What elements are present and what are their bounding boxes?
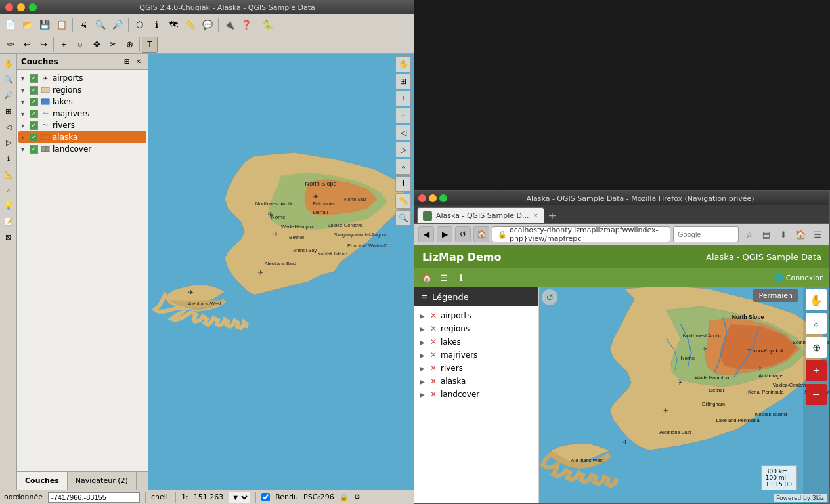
layer-item-majrivers[interactable]: ▾ ✓ 〜 majrivers bbox=[18, 108, 146, 119]
annotation-btn[interactable]: 💬 bbox=[200, 17, 215, 33]
ff-refresh-btn[interactable]: ↺ bbox=[455, 226, 471, 242]
map-tips-btn[interactable]: 💡 bbox=[1, 198, 16, 213]
map-measure-btn[interactable]: 📏 bbox=[395, 193, 411, 209]
python-btn[interactable]: 🐍 bbox=[260, 17, 276, 33]
ff-close-btn[interactable] bbox=[418, 194, 426, 202]
layer-checkbox-lakes[interactable]: ✓ bbox=[30, 98, 38, 106]
settings-icon[interactable]: ⚙ bbox=[354, 493, 360, 501]
undo-btn[interactable]: ↩ bbox=[19, 37, 35, 52]
ff-active-tab[interactable]: Alaska - QGIS Sample D... ✕ bbox=[417, 207, 544, 223]
zoom-out-tool[interactable]: 🔎 bbox=[1, 88, 16, 102]
lm-zoom-in-btn[interactable]: + bbox=[806, 360, 827, 381]
permalien-btn[interactable]: Permaien bbox=[753, 289, 798, 302]
legend-x-landcover[interactable]: ✕ bbox=[429, 390, 438, 399]
ff-tab-close-icon[interactable]: ✕ bbox=[533, 212, 538, 219]
qgis-close-btn[interactable] bbox=[5, 3, 13, 11]
ff-home-btn[interactable]: 🏠 bbox=[473, 226, 489, 242]
open-btn[interactable]: 📂 bbox=[20, 17, 35, 33]
measure-tool[interactable]: 📐 bbox=[1, 167, 16, 181]
delete-btn[interactable]: ✂ bbox=[105, 37, 121, 52]
lm-zoom-out-btn[interactable]: − bbox=[806, 384, 827, 405]
lm-locate-btn[interactable]: ⊕ bbox=[806, 337, 827, 358]
lm-select-btn[interactable]: ⬦ bbox=[806, 313, 827, 334]
zoom-prev-btn[interactable]: ◁ bbox=[1, 119, 16, 134]
layer-checkbox-regions[interactable]: ✓ bbox=[30, 86, 38, 94]
ff-forward-btn[interactable]: ▶ bbox=[437, 226, 452, 242]
legend-item-regions[interactable]: ▶ ✕ regions bbox=[417, 322, 536, 335]
layer-item-alaska[interactable]: ▾ ✓ alaska bbox=[18, 131, 146, 143]
legend-item-airports[interactable]: ▶ ✕ airports bbox=[417, 309, 536, 322]
pan-tool-btn[interactable]: ✋ bbox=[1, 56, 16, 71]
lizmap-info-btn[interactable]: ℹ bbox=[454, 270, 468, 285]
ff-back-btn[interactable]: ◀ bbox=[418, 226, 434, 242]
connexion-label[interactable]: Connexion bbox=[786, 274, 824, 282]
edit-node-btn[interactable]: ○ bbox=[72, 37, 88, 52]
map-identify-btn[interactable]: ℹ bbox=[395, 176, 411, 192]
zoom-extent-btn[interactable]: ⊞ bbox=[1, 104, 16, 118]
ff-star-btn[interactable]: ☆ bbox=[741, 226, 757, 242]
layer-checkbox-landcover[interactable]: ✓ bbox=[30, 145, 38, 154]
lizmap-refresh-btn[interactable]: ↺ bbox=[542, 289, 557, 305]
ff-url-bar[interactable]: 🔒 ocalhosty-dhontylizmaplizmapfwwlindex-… bbox=[492, 226, 670, 242]
plugin-mgr-btn[interactable]: 🔌 bbox=[221, 17, 237, 33]
help-btn[interactable]: ❓ bbox=[238, 17, 254, 33]
layer-item-lakes[interactable]: ▾ ✓ lakes bbox=[18, 96, 146, 108]
legend-x-majrivers[interactable]: ✕ bbox=[429, 350, 438, 360]
layer-item-regions[interactable]: ▾ ✓ regions bbox=[18, 84, 146, 96]
legend-x-rivers[interactable]: ✕ bbox=[429, 364, 438, 373]
measure-btn[interactable]: 📏 bbox=[183, 17, 198, 33]
map-prev-extent-btn[interactable]: ◁ bbox=[395, 125, 411, 140]
lm-hand-btn[interactable]: ✋ bbox=[806, 289, 827, 310]
legend-x-lakes[interactable]: ✕ bbox=[429, 337, 438, 346]
redo-btn[interactable]: ↪ bbox=[35, 37, 51, 52]
identify-tool[interactable]: ℹ bbox=[1, 151, 16, 165]
ff-menu-btn[interactable]: ☰ bbox=[810, 226, 825, 242]
identify-btn[interactable]: ℹ bbox=[148, 17, 164, 33]
zoom-in-btn[interactable]: 🔍 bbox=[93, 17, 108, 33]
save-btn[interactable]: 💾 bbox=[37, 17, 53, 33]
ff-search-input[interactable] bbox=[673, 226, 739, 242]
qgis-map-canvas[interactable]: North Slope Northwest Arctic Nome Fairba… bbox=[148, 54, 414, 490]
layer-checkbox-rivers[interactable]: ✓ bbox=[30, 121, 38, 130]
legend-item-lakes[interactable]: ▶ ✕ lakes bbox=[417, 335, 536, 348]
legend-item-landcover[interactable]: ▶ ✕ landcover bbox=[417, 388, 536, 401]
legend-x-alaska[interactable]: ✕ bbox=[429, 377, 438, 386]
map-select-btn[interactable]: ⬦ bbox=[395, 159, 411, 175]
pan-btn[interactable]: 🗺 bbox=[165, 17, 181, 33]
scale-selector[interactable]: ▼ bbox=[229, 492, 250, 503]
lizmap-list-btn[interactable]: ☰ bbox=[437, 270, 451, 285]
map-zoom-full-btn[interactable]: ⊞ bbox=[395, 74, 411, 89]
coord-input[interactable] bbox=[48, 492, 140, 503]
move-feature-btn[interactable]: ✥ bbox=[89, 37, 104, 52]
map-pan-btn[interactable]: ✋ bbox=[395, 56, 411, 72]
map-zoom-in-btn[interactable]: + bbox=[395, 91, 411, 106]
layer-item-landcover[interactable]: ▾ ✓ landcover bbox=[18, 143, 146, 155]
map-next-extent-btn[interactable]: ▷ bbox=[395, 142, 411, 158]
layers-collapse-icon[interactable]: ⊞ bbox=[121, 56, 132, 67]
layer-item-rivers[interactable]: ▾ ✓ 〜 rivers bbox=[18, 119, 146, 131]
ff-reader-btn[interactable]: ▤ bbox=[758, 226, 774, 242]
legend-x-airports[interactable]: ✕ bbox=[429, 311, 438, 320]
legend-item-alaska[interactable]: ▶ ✕ alaska bbox=[417, 375, 536, 388]
qgis-maximize-btn[interactable] bbox=[29, 3, 37, 11]
digitize-btn[interactable]: ✏ bbox=[3, 37, 18, 52]
zoom-out-btn[interactable]: 🔎 bbox=[110, 17, 125, 33]
legend-x-regions[interactable]: ✕ bbox=[429, 324, 438, 333]
select-btn[interactable]: ⬡ bbox=[131, 17, 147, 33]
layer-checkbox-alaska[interactable]: ✓ bbox=[30, 133, 38, 142]
ff-new-tab-btn[interactable]: + bbox=[544, 207, 560, 223]
merge-btn[interactable]: ⊕ bbox=[121, 37, 137, 52]
legend-item-rivers[interactable]: ▶ ✕ rivers bbox=[417, 362, 536, 375]
layer-checkbox-majrivers[interactable]: ✓ bbox=[30, 110, 38, 118]
render-checkbox[interactable] bbox=[261, 493, 270, 501]
ff-bookmark-btn[interactable]: 🏠 bbox=[793, 226, 808, 242]
lizmap-map[interactable]: Permaien bbox=[539, 287, 829, 503]
add-feature-btn[interactable]: + bbox=[56, 37, 72, 52]
zoom-in-tool[interactable]: 🔍 bbox=[1, 72, 16, 87]
map-search-btn[interactable]: 🔍 bbox=[395, 210, 411, 226]
ff-min-btn[interactable] bbox=[429, 194, 437, 202]
new-project-btn[interactable]: 📄 bbox=[3, 17, 18, 33]
full-extent-btn[interactable]: ⊠ bbox=[1, 230, 16, 244]
qgis-minimize-btn[interactable] bbox=[17, 3, 25, 11]
legend-item-majrivers[interactable]: ▶ ✕ majrivers bbox=[417, 348, 536, 362]
